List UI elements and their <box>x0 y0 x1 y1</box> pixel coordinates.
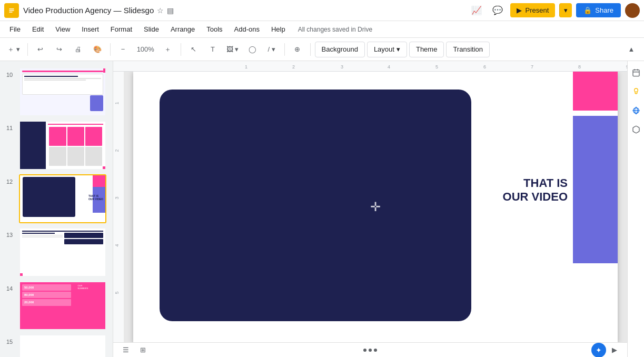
slide-text-line2: OUR VIDEO <box>503 190 568 204</box>
svg-text:4: 4 <box>388 64 390 70</box>
present-label: Present <box>525 6 549 14</box>
slide-canvas[interactable]: THAT IS OUR VIDEO ✛ <box>133 72 618 342</box>
bottom-bar: ☰ ⊞ ✦ ▶ <box>113 342 627 357</box>
svg-rect-14 <box>113 72 124 342</box>
menu-slide[interactable]: Slide <box>138 23 164 35</box>
slide-item-14[interactable]: 14 50,000 80,000 20,000 OURNUMBERS <box>0 279 113 332</box>
paint-format-button[interactable]: 🎨 <box>89 41 106 58</box>
slide-video-rect[interactable] <box>160 90 471 321</box>
menu-insert[interactable]: Insert <box>76 23 104 35</box>
top-right-controls: 📈 💬 ▶ Present ▾ 🔒 Share <box>468 2 640 19</box>
slide-number-12: 12 <box>6 178 15 185</box>
toolbar: ＋ ▾ ↩ ↪ 🖨 🎨 − 100% ＋ ↖ T 🖼 ▾ ◯ / ▾ ⊕ Bac… <box>0 38 644 61</box>
slide-canvas-wrapper[interactable]: THAT IS OUR VIDEO ✛ <box>124 72 627 342</box>
slide-item-11[interactable]: 11 <box>0 118 113 172</box>
slide-number-10: 10 <box>6 72 15 78</box>
nav-dot-2[interactable] <box>369 349 372 352</box>
present-button[interactable]: ▶ Present <box>510 3 555 17</box>
slide-thumbnail-11[interactable] <box>19 121 106 170</box>
expand-button[interactable]: ▶ <box>608 344 621 356</box>
doc-title-text: Video Production Agency — Slidesgo <box>23 6 154 15</box>
star-icon[interactable]: ☆ <box>157 6 164 15</box>
menu-edit[interactable]: Edit <box>27 23 49 35</box>
slide-thumbnail-13[interactable] <box>19 227 106 276</box>
background-button[interactable]: Background <box>315 42 365 57</box>
connect-icon[interactable] <box>629 103 643 118</box>
select-tool[interactable]: ↖ <box>185 41 202 58</box>
slide-item-10[interactable]: 10 <box>0 65 113 118</box>
share-label: Share <box>595 6 613 14</box>
slide-text-line1: THAT IS <box>503 176 568 190</box>
svg-rect-2 <box>9 10 14 11</box>
title-bar: Video Production Agency — Slidesgo ☆ ▤ 📈… <box>0 0 644 21</box>
slide-item-13[interactable]: 13 <box>0 225 113 279</box>
menu-file[interactable]: File <box>4 23 26 35</box>
zoom-level[interactable]: 100% <box>134 41 157 58</box>
slide-thumbnail-15[interactable] <box>19 334 106 357</box>
canvas-area: 1 2 3 4 5 6 7 8 9 1 2 3 4 5 <box>113 61 627 357</box>
theme-button[interactable]: Theme <box>409 42 444 57</box>
save-status: All changes saved in Drive <box>298 26 372 33</box>
menu-format[interactable]: Format <box>105 23 137 35</box>
add-button[interactable]: ＋ ▾ <box>4 41 23 58</box>
grid-view-single-button[interactable]: ☰ <box>120 344 132 356</box>
app-icon <box>4 3 19 18</box>
menu-bar: File Edit View Insert Format Slide Arran… <box>0 21 644 38</box>
menu-view[interactable]: View <box>50 23 75 35</box>
menu-addons[interactable]: Add-ons <box>229 23 265 35</box>
present-dropdown[interactable]: ▾ <box>559 3 572 17</box>
svg-text:2: 2 <box>292 64 295 70</box>
bottom-left: ☰ ⊞ <box>120 344 149 356</box>
undo-button[interactable]: ↩ <box>32 41 49 58</box>
slide-panel: 10 <box>0 61 113 357</box>
calendar-icon[interactable] <box>629 65 643 80</box>
slide-number-13: 13 <box>6 232 15 238</box>
print-button[interactable]: 🖨 <box>70 41 87 58</box>
zoom-out-button[interactable]: − <box>115 41 132 58</box>
svg-text:5: 5 <box>435 64 438 70</box>
nav-dot-1[interactable] <box>363 349 366 352</box>
layout-dropdown-icon: ▾ <box>397 45 400 53</box>
menu-tools[interactable]: Tools <box>201 23 227 35</box>
share-button[interactable]: 🔒 Share <box>576 3 621 17</box>
slide-item-15[interactable]: 15 <box>0 332 113 357</box>
ideas-icon[interactable] <box>629 84 643 99</box>
svg-text:3: 3 <box>114 196 120 199</box>
comments-icon[interactable]: 💬 <box>489 2 506 19</box>
divider-2 <box>110 43 111 56</box>
slide-number-14: 14 <box>6 285 15 292</box>
folder-icon[interactable]: ▤ <box>167 6 174 15</box>
divider-5 <box>310 43 311 56</box>
slide-item-12[interactable]: 12 THAT ISOUR VIDEO <box>0 172 113 225</box>
image-tool[interactable]: 🖼 ▾ <box>223 41 242 58</box>
slide-thumbnail-12[interactable]: THAT ISOUR VIDEO <box>19 174 106 223</box>
explore-button[interactable]: ✦ <box>591 343 606 358</box>
slide-thumbnail-14[interactable]: 50,000 80,000 20,000 OURNUMBERS <box>19 281 106 330</box>
slide-number-15: 15 <box>6 339 15 345</box>
addons-icon[interactable] <box>629 122 643 137</box>
user-avatar[interactable] <box>625 3 640 18</box>
slide-text-area: THAT IS OUR VIDEO <box>503 176 568 204</box>
extra-tool[interactable]: ⊕ <box>289 41 306 58</box>
zoom-in-button[interactable]: ＋ <box>160 41 176 58</box>
svg-text:4: 4 <box>114 244 120 246</box>
slide-thumbnail-10[interactable] <box>19 67 106 116</box>
menu-help[interactable]: Help <box>266 23 291 35</box>
redo-button[interactable]: ↪ <box>51 41 68 58</box>
line-tool[interactable]: / ▾ <box>263 41 280 58</box>
main-area: 10 <box>0 61 644 357</box>
divider-3 <box>181 43 181 56</box>
divider-1 <box>27 43 28 56</box>
grid-view-multi-button[interactable]: ⊞ <box>136 344 149 356</box>
ruler-top: 1 2 3 4 5 6 7 8 9 <box>113 61 627 72</box>
layout-button[interactable]: Layout ▾ <box>367 42 407 57</box>
collapse-toolbar-button[interactable]: ▲ <box>623 41 640 58</box>
svg-point-24 <box>634 88 638 92</box>
text-tool[interactable]: T <box>204 41 221 58</box>
page-navigation <box>149 349 591 352</box>
menu-arrange[interactable]: Arrange <box>165 23 200 35</box>
transition-button[interactable]: Transition <box>446 42 490 57</box>
activity-icon[interactable]: 📈 <box>468 2 485 19</box>
nav-dot-3[interactable] <box>374 349 377 352</box>
shape-tool[interactable]: ◯ <box>244 41 261 58</box>
